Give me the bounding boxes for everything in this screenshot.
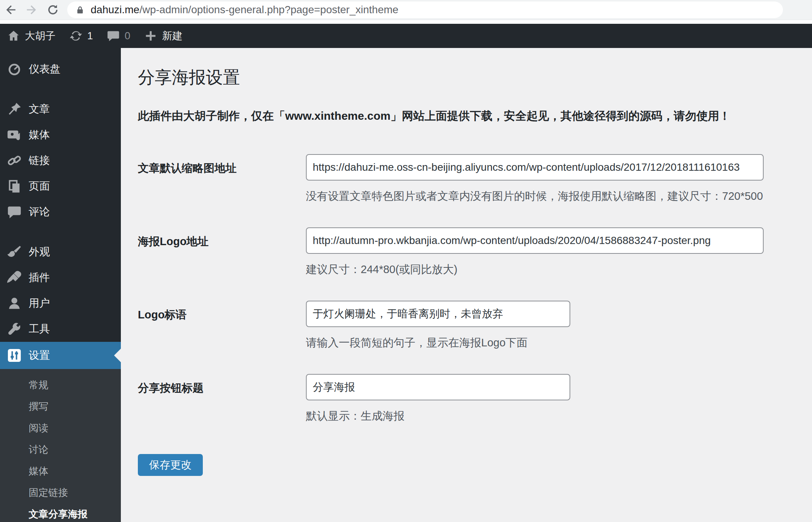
sidebar-item-label: 工具	[29, 322, 50, 336]
sidebar-item-comments[interactable]: 评论	[0, 199, 121, 225]
field-help: 默认显示：生成海报	[306, 409, 570, 424]
browser-chrome: dahuzi.me/wp-admin/options-general.php?p…	[0, 0, 812, 20]
comment-bubble-icon	[107, 29, 120, 43]
url-host: dahuzi.me	[91, 4, 139, 15]
plugin-notice: 此插件由大胡子制作，仅在「www.xintheme.com」网站上面提供下载，安…	[138, 108, 812, 124]
pages-icon	[6, 178, 23, 195]
sidebar-item-users[interactable]: 用户	[0, 290, 121, 316]
field-help: 没有设置文章特色图片或者文章内没有图片的时候，海报使用默认缩略图，建议尺寸：72…	[306, 189, 764, 204]
appearance-icon	[6, 244, 23, 260]
sidebar-item-label: 页面	[29, 179, 50, 193]
logo-url-input[interactable]	[306, 227, 764, 254]
adminbar-comments[interactable]: 0	[100, 24, 137, 48]
sidebar-item-label: 设置	[29, 348, 50, 363]
forward-button[interactable]	[21, 1, 42, 19]
url-text: dahuzi.me/wp-admin/options-general.php?p…	[91, 4, 398, 16]
form-row-thumbnail: 文章默认缩略图地址 没有设置文章特色图片或者文章内没有图片的时候，海报使用默认缩…	[138, 154, 812, 204]
new-label: 新建	[162, 29, 182, 43]
sidebar-item-label: 仪表盘	[29, 62, 60, 76]
tools-icon	[6, 321, 23, 337]
sidebar-item-label: 外观	[29, 245, 50, 259]
media-icon	[6, 127, 23, 143]
url-path: /wp-admin/options-general.php?page=poste…	[139, 4, 398, 15]
main-content: 分享海报设置 此插件由大胡子制作，仅在「www.xintheme.com」网站上…	[121, 48, 812, 522]
active-menu-arrow	[114, 349, 121, 362]
plugin-icon	[6, 269, 23, 286]
link-icon	[6, 152, 23, 169]
page-title: 分享海报设置	[138, 66, 812, 89]
lock-icon	[76, 5, 85, 14]
updates-icon	[69, 29, 83, 43]
wp-admin-bar: 大胡子 1 0 新建	[0, 24, 812, 48]
adminbar-updates[interactable]: 1	[62, 24, 100, 48]
submenu-item-media[interactable]: 媒体	[0, 460, 121, 482]
adminbar-site[interactable]: 大胡子	[0, 24, 62, 48]
sidebar-item-dashboard[interactable]: 仪表盘	[0, 56, 121, 82]
pin-icon	[6, 101, 23, 117]
field-label: 分享按钮标题	[138, 374, 306, 424]
submenu-item-permalinks[interactable]: 固定链接	[0, 482, 121, 503]
save-button[interactable]: 保存更改	[138, 454, 203, 476]
sidebar-item-appearance[interactable]: 外观	[0, 239, 121, 265]
field-help: 请输入一段简短的句子，显示在海报Logo下面	[306, 335, 570, 351]
dashboard-icon	[6, 61, 23, 77]
thumbnail-url-input[interactable]	[306, 154, 764, 181]
sidebar-item-label: 用户	[29, 296, 50, 310]
field-label: 海报Logo地址	[138, 227, 306, 277]
submenu-item-discussion[interactable]: 讨论	[0, 439, 121, 460]
admin-sidebar: 仪表盘 文章 媒体 链接 页面	[0, 48, 121, 522]
back-icon	[5, 4, 17, 16]
field-label: 文章默认缩略图地址	[138, 154, 306, 204]
comment-count: 0	[125, 30, 130, 42]
field-label: Logo标语	[138, 301, 306, 351]
settings-icon	[6, 347, 23, 364]
sidebar-item-label: 媒体	[29, 128, 50, 142]
site-name: 大胡子	[25, 29, 56, 43]
sidebar-item-label: 插件	[29, 270, 50, 285]
logo-slogan-input[interactable]	[306, 301, 570, 327]
home-icon	[7, 29, 20, 43]
settings-submenu: 常规 撰写 阅读 讨论 媒体 固定链接 文章分享海报	[0, 369, 121, 522]
menu-separator	[0, 82, 121, 96]
sidebar-item-plugins[interactable]: 插件	[0, 265, 121, 290]
reload-button[interactable]	[42, 1, 63, 19]
menu-separator	[0, 225, 121, 239]
sidebar-item-label: 评论	[29, 205, 50, 219]
submenu-item-poster[interactable]: 文章分享海报	[0, 503, 121, 522]
url-bar[interactable]: dahuzi.me/wp-admin/options-general.php?p…	[67, 2, 783, 18]
sidebar-item-label: 链接	[29, 153, 50, 168]
submenu-item-writing[interactable]: 撰写	[0, 396, 121, 417]
comments-icon	[6, 204, 23, 220]
update-count: 1	[87, 30, 93, 42]
share-button-title-input[interactable]	[306, 374, 570, 400]
sidebar-item-label: 文章	[29, 102, 50, 116]
submenu-item-reading[interactable]: 阅读	[0, 417, 121, 439]
form-row-button-title: 分享按钮标题 默认显示：生成海报	[138, 374, 812, 424]
form-row-slogan: Logo标语 请输入一段简短的句子，显示在海报Logo下面	[138, 301, 812, 351]
settings-form: 文章默认缩略图地址 没有设置文章特色图片或者文章内没有图片的时候，海报使用默认缩…	[138, 154, 812, 424]
page-top-gap	[0, 20, 812, 24]
users-icon	[6, 295, 23, 312]
plus-icon	[144, 29, 157, 43]
sidebar-item-media[interactable]: 媒体	[0, 122, 121, 148]
form-row-logo: 海报Logo地址 建议尺寸：244*80(或同比放大)	[138, 227, 812, 277]
sidebar-item-pages[interactable]: 页面	[0, 173, 121, 199]
submenu-item-general[interactable]: 常规	[0, 374, 121, 396]
reload-icon	[47, 4, 59, 16]
sidebar-item-tools[interactable]: 工具	[0, 316, 121, 342]
adminbar-new[interactable]: 新建	[137, 24, 189, 48]
back-button[interactable]	[0, 1, 21, 19]
sidebar-item-links[interactable]: 链接	[0, 148, 121, 173]
sidebar-item-settings[interactable]: 设置	[0, 342, 121, 369]
field-help: 建议尺寸：244*80(或同比放大)	[306, 262, 764, 277]
sidebar-item-posts[interactable]: 文章	[0, 96, 121, 122]
forward-icon	[26, 4, 38, 16]
